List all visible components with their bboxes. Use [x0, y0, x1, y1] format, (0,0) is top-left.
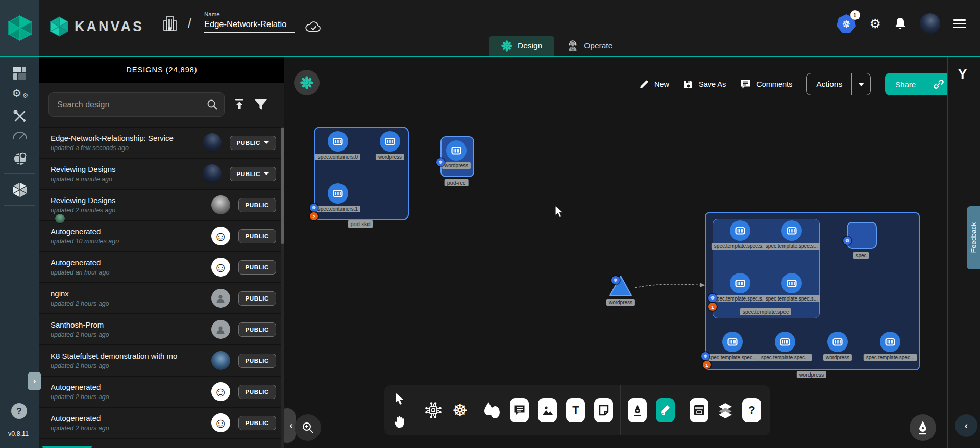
share-split-button[interactable]: Share — [885, 73, 951, 95]
design-mode-pen-button[interactable] — [910, 414, 936, 441]
kanvas-logo[interactable]: KANVAS — [50, 16, 144, 37]
design-list-item[interactable]: Autogenerated updated an hour ago ☺ PUBL… — [39, 251, 284, 282]
freehand-draw-tool-button[interactable] — [656, 398, 675, 422]
pan-tool-icon[interactable] — [394, 415, 406, 428]
actions-split-button[interactable]: Actions — [806, 73, 871, 95]
pencil-icon — [639, 80, 649, 89]
container-node[interactable] — [328, 183, 348, 204]
help-button[interactable]: ? — [11, 403, 27, 419]
organization-icon[interactable] — [162, 15, 178, 32]
visibility-chip[interactable]: PUBLIC — [230, 167, 276, 181]
nav-lifecycle-icon[interactable]: ⚙⚙ — [0, 88, 39, 101]
select-tool-icon[interactable] — [394, 392, 406, 406]
owner-avatar-person — [211, 289, 230, 308]
design-list-item[interactable]: Santhosh-Prom updated 2 hours ago PUBLIC — [39, 313, 284, 344]
issue-count-badge[interactable]: 1 — [703, 361, 711, 369]
chevron-down-icon — [264, 172, 269, 175]
comments-icon — [740, 79, 751, 89]
notifications-bell-icon[interactable] — [894, 17, 906, 31]
tab-operate[interactable]: Operate — [554, 36, 625, 56]
nav-extensions-icon[interactable] — [0, 151, 39, 166]
canvas-dock-toggle-button[interactable] — [294, 70, 320, 95]
issue-count-badge[interactable]: 2 — [310, 212, 318, 220]
kubernetes-tool-icon[interactable]: ☸ — [452, 402, 468, 419]
note-tool-button[interactable] — [594, 398, 613, 422]
container-node[interactable] — [380, 131, 400, 152]
nav-kanvas-icon[interactable] — [0, 182, 39, 198]
visibility-chip[interactable]: PUBLIC — [238, 385, 276, 399]
container-node[interactable] — [781, 273, 802, 293]
design-list-item[interactable]: Autogenerated updated 2 hours ago ☺ PUBL… — [39, 407, 284, 438]
tab-design[interactable]: Design — [489, 36, 554, 56]
expand-right-panel-button[interactable]: ‹ — [955, 414, 977, 437]
media-tool-button[interactable] — [538, 398, 557, 422]
search-icon[interactable] — [206, 98, 218, 111]
visibility-chip[interactable]: PUBLIC — [238, 229, 276, 243]
design-name-field: Name — [204, 11, 295, 33]
visibility-chip[interactable]: PUBLIC — [238, 198, 276, 212]
issue-count-badge[interactable]: 1 — [708, 303, 717, 311]
design-list-item[interactable]: Autogenerated updated 10 minutes ago ☺ P… — [39, 220, 284, 251]
drawer-tool-button[interactable] — [690, 398, 708, 422]
visibility-chip[interactable]: PUBLIC — [238, 322, 276, 337]
text-tool-button[interactable]: T — [566, 398, 585, 422]
brand-wordmark: KANVAS — [75, 19, 144, 35]
feedback-tab[interactable]: Feedback — [967, 206, 980, 269]
help-tool-button[interactable]: ? — [742, 398, 761, 422]
visibility-chip[interactable]: PUBLIC — [230, 136, 276, 150]
mouse-cursor — [554, 205, 565, 218]
zoom-in-button[interactable] — [295, 414, 321, 441]
comment-tool-button[interactable] — [510, 398, 529, 422]
node-group-spec-template[interactable] — [713, 219, 820, 318]
expand-sidebar-button[interactable]: › — [28, 372, 41, 390]
container-node[interactable] — [722, 332, 743, 352]
kanvas-logo-icon — [50, 16, 68, 37]
menu-hamburger-icon[interactable] — [953, 19, 966, 28]
context-count-badge: 1 — [850, 10, 860, 20]
design-list-item[interactable]: nginx updated 2 hours ago PUBLIC — [39, 282, 284, 313]
kubernetes-context-button[interactable]: ☸ 1 — [836, 14, 856, 33]
nav-dashboard-icon[interactable] — [0, 66, 39, 80]
layers-tool-icon[interactable] — [718, 402, 733, 418]
publish-design-icon[interactable] — [233, 98, 246, 111]
visibility-chip[interactable]: PUBLIC — [238, 260, 276, 275]
visibility-label: PUBLIC — [237, 140, 260, 146]
user-avatar[interactable] — [920, 13, 940, 34]
nav-performance-icon[interactable] — [0, 131, 39, 140]
container-node[interactable] — [328, 131, 348, 152]
design-updated: updated an hour ago — [51, 269, 207, 276]
new-button[interactable]: New — [639, 80, 669, 89]
container-node[interactable] — [446, 140, 467, 161]
shapes-tool-icon[interactable] — [482, 400, 501, 420]
design-list-item[interactable]: Reviewing Designs updated a minute ago P… — [39, 158, 284, 189]
nav-configuration-icon[interactable] — [0, 109, 39, 123]
container-node[interactable] — [775, 332, 795, 352]
design-name-input[interactable] — [204, 18, 295, 33]
filter-icon[interactable] — [254, 98, 267, 111]
node-spec[interactable] — [847, 222, 877, 249]
component-tool-icon[interactable] — [424, 401, 443, 420]
design-list-item[interactable]: Autogenerated updated 2 hours ago ☺ PUBL… — [39, 376, 284, 407]
panel-scrollbar-thumb[interactable] — [281, 128, 284, 244]
save-as-button[interactable]: Save As — [683, 80, 726, 89]
container-node[interactable] — [827, 332, 848, 352]
meshery-logo[interactable] — [0, 0, 39, 56]
pen-tool-button[interactable] — [628, 398, 647, 422]
visibility-chip[interactable]: PUBLIC — [238, 291, 276, 306]
container-node[interactable] — [730, 273, 750, 293]
design-list-item[interactable]: K8 Statefulset demonstration with mo upd… — [39, 344, 284, 376]
comments-button[interactable]: Comments — [740, 79, 792, 89]
actions-dropdown-toggle[interactable] — [852, 73, 870, 95]
visibility-chip[interactable]: PUBLIC — [238, 416, 276, 430]
design-title: Reviewing Designs — [51, 196, 207, 205]
container-node[interactable] — [880, 332, 900, 352]
node-label: wordpress — [823, 354, 852, 361]
container-node[interactable] — [781, 220, 802, 241]
hierarchy-view-icon[interactable]: Y — [958, 66, 967, 82]
settings-gear-icon[interactable]: ⚙ — [870, 17, 881, 30]
search-input[interactable] — [48, 92, 225, 117]
visibility-chip[interactable]: PUBLIC — [238, 354, 276, 368]
design-list-item[interactable]: Reviewing Designs updated 2 minutes ago … — [39, 189, 284, 220]
design-list-item[interactable]: Edge-Network-Relationship: Service updat… — [39, 127, 284, 158]
container-node[interactable] — [730, 220, 750, 241]
